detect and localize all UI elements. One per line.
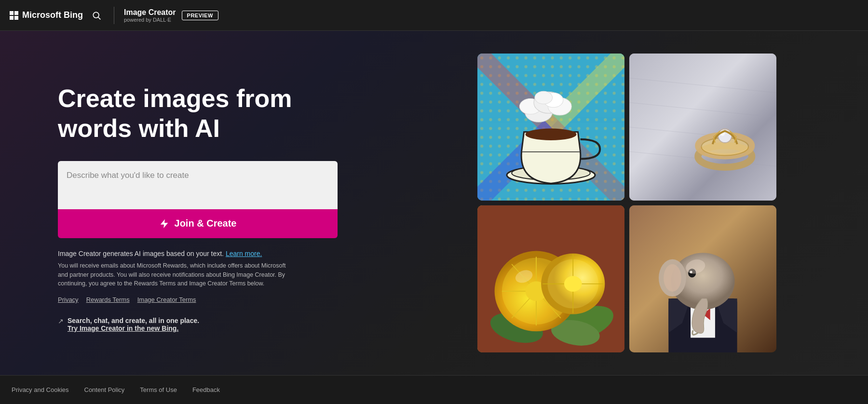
image-coffee: [477, 54, 624, 201]
image-creator-terms-link[interactable]: Image Creator Terms: [137, 296, 196, 303]
arrow-icon: ↗: [58, 317, 64, 325]
learn-more-link[interactable]: Learn more.: [226, 250, 262, 257]
footer: Privacy and Cookies Content Policy Terms…: [0, 375, 868, 404]
svg-point-0: [93, 12, 99, 18]
disclaimer-bold: Image Creator generates AI images based …: [58, 250, 338, 257]
image-grid: [477, 54, 776, 352]
powered-by-label: powered by DALL·E: [124, 17, 176, 23]
image-elephant: [629, 205, 776, 352]
preview-badge: PREVIEW: [182, 11, 218, 20]
svg-point-44: [564, 276, 582, 292]
svg-line-1: [98, 17, 101, 19]
new-bing-promo: ↗ Search, chat, and create, all in one p…: [58, 317, 338, 332]
privacy-link[interactable]: Privacy: [58, 296, 79, 303]
svg-point-17: [535, 91, 553, 104]
join-create-button[interactable]: Join & Create: [58, 209, 338, 238]
new-bing-link[interactable]: Try Image Creator in the new Bing.: [68, 324, 178, 332]
main-content: Create images from words with AI Join & …: [0, 31, 868, 375]
svg-rect-18: [629, 54, 776, 201]
elephant-svg: [629, 205, 776, 352]
promo-strong: Search, chat, and create, all in one pla…: [68, 317, 199, 324]
left-panel: Create images from words with AI Join & …: [0, 31, 395, 375]
header: Microsoft Bing Image Creator powered by …: [0, 0, 868, 31]
svg-point-11: [526, 129, 577, 140]
microsoft-grid-icon: [10, 11, 18, 20]
image-creator-branding: Image Creator powered by DALL·E: [124, 8, 176, 23]
right-panel: [395, 31, 868, 375]
new-bing-text: Search, chat, and create, all in one pla…: [68, 317, 199, 332]
footer-feedback-link[interactable]: Feedback: [192, 386, 220, 393]
bing-logo-text: Microsoft Bing: [22, 10, 83, 20]
ring-svg: [629, 54, 776, 201]
brand-logo: Microsoft Bing: [10, 10, 83, 20]
footer-content-policy-link[interactable]: Content Policy: [84, 386, 125, 393]
coffee-svg: [477, 54, 624, 201]
disclaimer-small: You will receive emails about Microsoft …: [58, 261, 289, 288]
hero-title: Create images from words with AI: [58, 83, 338, 144]
footer-privacy-link[interactable]: Privacy and Cookies: [12, 386, 69, 393]
lemon-svg: [477, 205, 624, 352]
image-ring: [629, 54, 776, 201]
image-creator-title: Image Creator: [124, 8, 176, 17]
search-icon: [92, 11, 101, 20]
bolt-icon: [159, 218, 170, 229]
svg-point-56: [664, 264, 681, 292]
terms-links: Privacy Rewards Terms Image Creator Term…: [58, 296, 338, 303]
image-lemon: [477, 205, 624, 352]
search-button[interactable]: [89, 8, 104, 23]
footer-terms-link[interactable]: Terms of Use: [140, 386, 177, 393]
rewards-terms-link[interactable]: Rewards Terms: [86, 296, 130, 303]
prompt-input[interactable]: [58, 161, 338, 209]
header-divider: [114, 7, 114, 24]
join-create-label: Join & Create: [175, 218, 237, 229]
